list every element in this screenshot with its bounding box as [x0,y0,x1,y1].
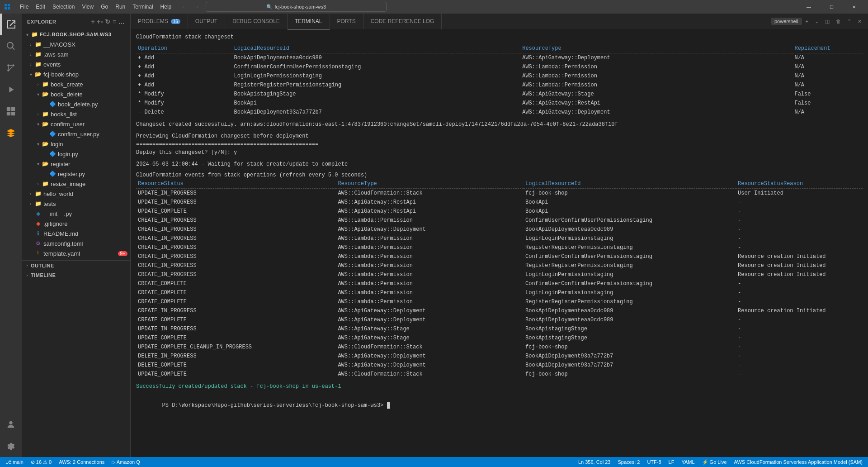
reason-cell: - [736,234,863,243]
menu-go[interactable]: Go [97,0,112,14]
titlebar: File Edit Selection View Go Run Terminal… [0,0,868,14]
menu-terminal[interactable]: Terminal [129,0,156,14]
tree-item-readme[interactable]: › ℹ README.md [22,229,130,238]
tree-item-events[interactable]: › 📁 events [22,59,130,69]
tree-item-book-delete-py[interactable]: › 🔷 book_delete.py [22,99,130,109]
new-folder-icon[interactable]: +◦ [97,18,103,25]
chevron-down-icon: ▾ [34,142,42,147]
terminal-output[interactable]: CloudFormation stack changeset Operation… [131,29,868,457]
svg-rect-7 [7,107,10,111]
status-cell: CREATE_IN_PROGRESS [136,234,336,243]
tree-item-aws-sam[interactable]: › 📁 .aws-sam [22,49,130,59]
status-cell: CREATE_COMPLETE [136,315,336,324]
tree-item-init-py[interactable]: › ◆ __init__.py [22,209,130,219]
close-button[interactable]: ✕ [844,0,864,14]
settings-activity-item[interactable] [0,435,22,457]
menu-view[interactable]: View [78,0,97,14]
nav-back-button[interactable]: ← [179,1,189,12]
chevron-down-icon: ▾ [24,32,31,37]
tree-item-books-list[interactable]: › 📁 books_list [22,109,130,119]
tree-item-confirm-user[interactable]: ▾ 📂 confirm_user [22,119,130,129]
tree-item-macosx[interactable]: › 📁 __MACOSX [22,39,130,49]
tree-item-gitignore[interactable]: › ◆ .gitignore [22,219,130,229]
terminal-split-button[interactable]: ◫ [822,18,832,25]
file-tree: ▾ 📁 FCJ-BOOK-SHOP-SAM-WS3 › 📁 __MACOSX ›… [22,29,130,457]
git-branch: main [13,459,24,465]
timeline-section[interactable]: › TIMELINE [22,270,130,280]
extensions-activity-item[interactable] [0,100,22,122]
tree-item-register-py[interactable]: › 🔷 register.py [22,169,130,179]
tree-item-tests[interactable]: › 📁 tests [22,199,130,209]
error-icon: ⊘ [31,459,35,465]
md-file-icon: ℹ [34,230,42,237]
menu-selection[interactable]: Selection [49,0,78,14]
tree-item-register[interactable]: ▾ 📂 register [22,159,130,169]
success-msg: Successfully created/updated stack - fcj… [136,382,863,391]
minimize-button[interactable]: — [798,0,819,14]
terminal-chevron-button[interactable]: ⌄ [812,18,821,25]
terminal-instance-label[interactable]: powershell [771,18,802,25]
tree-item-template-yaml[interactable]: › ! template.yaml 9+ [22,248,130,258]
language-item[interactable]: YAML [679,457,696,467]
aws-toolkit-item[interactable]: AWS CloudFormation Serverless Applicatio… [732,457,864,467]
address-bar[interactable]: 🔍 fcj-book-shop-sam-ws3 [206,2,387,12]
source-control-activity-item[interactable] [0,57,22,79]
git-branch-item[interactable]: ⎇ main [4,457,25,467]
menu-file[interactable]: File [16,0,32,14]
refresh-icon[interactable]: ↻ [105,18,111,25]
errors-item[interactable]: ⊘ 16 ⚠ 0 [29,457,53,467]
line-col-item[interactable]: Ln 356, Col 23 [576,457,613,467]
tree-item-hello-world[interactable]: › 📁 hello_world [22,189,130,199]
menu-help[interactable]: Help [157,0,175,14]
tab-code-reference-log[interactable]: CODE REFERENCE LOG [363,14,442,29]
tree-item-book-delete[interactable]: ▾ 📂 book_delete [22,89,130,99]
collapse-all-icon[interactable]: ≡ [113,18,117,25]
tab-ports[interactable]: PORTS [330,14,363,29]
more-actions-icon[interactable]: … [118,18,125,25]
statusbar: ⎇ main ⊘ 16 ⚠ 0 AWS: 2 Connections ▷ Ama… [0,457,868,467]
status-cell: CREATE_IN_PROGRESS [136,261,336,270]
aws-activity-item[interactable] [0,122,22,144]
svg-point-5 [12,64,14,67]
spaces-item[interactable]: Spaces: 2 [616,457,642,467]
outline-section[interactable]: › OUTLINE [22,260,130,270]
op-cell: + Add [136,81,232,90]
encoding-item[interactable]: UTF-8 [645,457,663,467]
amazon-q-item[interactable]: ▷ Amazon Q [110,457,142,467]
tab-problems[interactable]: PROBLEMS 16 [131,14,188,29]
col-logical: LogicalResourceId [232,44,521,53]
terminal-trash-button[interactable]: 🗑 [833,18,844,25]
maximize-button[interactable]: ☐ [821,0,842,14]
menu-run[interactable]: Run [112,0,129,14]
run-debug-activity-item[interactable] [0,79,22,100]
accounts-activity-item[interactable] [0,414,22,435]
go-live-item[interactable]: ⚡ Go Live [700,457,729,467]
terminal-maximize-button[interactable]: ⌃ [844,18,854,25]
terminal-close-button[interactable]: ✕ [855,18,864,25]
tree-item-confirm-user-py[interactable]: › 🔷 confirm_user.py [22,129,130,139]
logical-cell: BookApistagingStage [524,324,736,334]
tree-item-login[interactable]: ▾ 📂 login [22,139,130,149]
tree-item-book-create[interactable]: › 📁 book_create [22,79,130,89]
tab-terminal[interactable]: TERMINAL [288,14,330,29]
tree-label: register.py [58,171,85,177]
status-cell: UPDATE_COMPLETE [136,370,336,379]
tree-item-resize-image[interactable]: › 📁 resize_image [22,179,130,189]
nav-forward-button[interactable]: → [191,1,202,12]
svg-rect-9 [7,112,10,115]
tab-output[interactable]: OUTPUT [188,14,225,29]
explorer-activity-item[interactable] [0,14,22,35]
new-file-icon[interactable]: + [91,18,95,25]
tree-root[interactable]: ▾ 📁 FCJ-BOOK-SHOP-SAM-WS3 [22,29,130,39]
replacement-cell: N/A [793,71,863,81]
menu-edit[interactable]: Edit [32,0,49,14]
tree-item-fcj-book-shop[interactable]: ▾ 📂 fcj-book-shop [22,69,130,79]
search-activity-item[interactable] [0,35,22,57]
tree-item-samconfig[interactable]: › ⚙ samconfig.toml [22,238,130,248]
tree-label: login [51,141,63,148]
terminal-add-button[interactable]: + [803,18,811,25]
line-ending-item[interactable]: LF [667,457,676,467]
tab-debug-console[interactable]: DEBUG CONSOLE [225,14,288,29]
aws-connections-item[interactable]: AWS: 2 Connections [57,457,106,467]
tree-item-login-py[interactable]: › 🔷 login.py [22,149,130,159]
